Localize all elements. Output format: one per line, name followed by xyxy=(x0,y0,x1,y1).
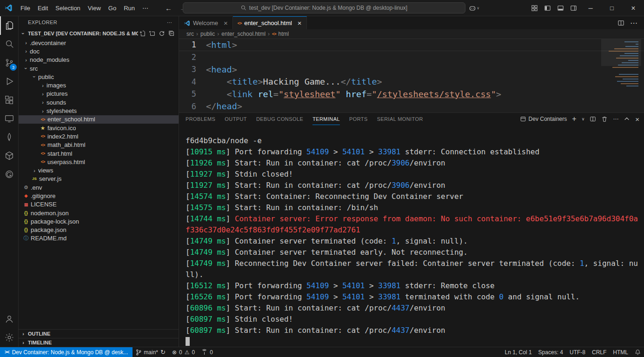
menu-item[interactable]: Edit xyxy=(34,3,52,13)
panel-tab-serial-monitor[interactable]: SERIAL MONITOR xyxy=(377,113,423,125)
tree-item-index2.html[interactable]: <>index2.html xyxy=(19,132,179,140)
eol-status[interactable]: CRLF xyxy=(589,347,610,357)
tree-item-math_abi.html[interactable]: <>math_abi.html xyxy=(19,141,179,149)
close-tab-icon[interactable]: × xyxy=(298,19,302,27)
tree-item-node_modules[interactable]: ›node_modules xyxy=(19,56,179,64)
tree-item-src[interactable]: ›src xyxy=(19,64,179,73)
tree-item-enter_school.html[interactable]: <>enter_school.html xyxy=(19,115,179,124)
panel-tab-debug-console[interactable]: DEBUG CONSOLE xyxy=(256,113,303,125)
back-arrow-icon[interactable]: ← xyxy=(165,4,172,12)
tab-welcome[interactable]: Welcome × xyxy=(179,16,233,29)
activity-explorer[interactable] xyxy=(0,16,18,35)
menu-item[interactable]: Selection xyxy=(52,3,84,13)
activity-remote-explorer[interactable] xyxy=(0,109,18,128)
customize-layout-icon[interactable] xyxy=(528,2,541,15)
tree-item-LICENSE[interactable]: ▤LICENSE xyxy=(19,200,179,209)
tree-item-server.js[interactable]: JSserver.js xyxy=(19,175,179,183)
tree-item-nodemon.json[interactable]: {}nodemon.json xyxy=(19,209,179,217)
code-line[interactable]: 2 xyxy=(179,51,644,64)
tree-item-doc[interactable]: ›doc xyxy=(19,47,179,55)
code-line[interactable]: 5 <link rel="stylesheet" href="/styleshe… xyxy=(179,88,644,100)
notifications-bell[interactable] xyxy=(631,347,644,357)
tree-item-.env[interactable]: ⚙.env xyxy=(19,183,179,192)
toggle-sidebar-icon[interactable] xyxy=(541,2,554,15)
activity-mongodb[interactable] xyxy=(0,128,18,146)
split-terminal-icon[interactable] xyxy=(590,116,596,122)
tree-item-.gitignore[interactable]: ◆.gitignore xyxy=(19,192,179,200)
panel-tab-ports[interactable]: PORTS xyxy=(349,113,368,125)
language-status[interactable]: HTML xyxy=(610,347,631,357)
problems-status[interactable]: ⊗ 0 ⚠ 0 xyxy=(169,347,198,357)
maximize-button[interactable]: □ xyxy=(601,0,623,16)
toggle-secondary-sidebar-icon[interactable] xyxy=(567,2,580,15)
tree-item-package-lock.json[interactable]: {}package-lock.json xyxy=(19,217,179,225)
terminal-output[interactable]: f6d4b9cba/node -e[10915 ms] Port forward… xyxy=(179,125,644,347)
tree-item-README.md[interactable]: ⓘREADME.md xyxy=(19,234,179,243)
breadcrumb-item-src[interactable]: src xyxy=(186,31,194,37)
minimize-button[interactable]: ─ xyxy=(580,0,601,16)
tree-item-images[interactable]: ›images xyxy=(19,81,179,89)
minimap[interactable] xyxy=(604,40,638,88)
activity-run-debug[interactable] xyxy=(0,72,18,91)
more-actions-icon[interactable]: ⋯ xyxy=(167,20,172,26)
activity-extensions[interactable] xyxy=(0,91,18,109)
terminal-profile[interactable]: Dev Containers xyxy=(520,116,567,122)
tree-item-start.html[interactable]: <>start.html xyxy=(19,149,179,158)
settings-button[interactable] xyxy=(0,328,18,347)
toggle-panel-icon[interactable] xyxy=(554,2,567,15)
close-button[interactable]: × xyxy=(623,0,644,16)
breadcrumb-item-public[interactable]: public xyxy=(200,31,215,37)
tree-item-userpass.html[interactable]: <>userpass.html xyxy=(19,158,179,166)
terminal-dropdown-chevron-icon[interactable]: ∨ xyxy=(582,117,585,121)
code-line[interactable]: 6</head> xyxy=(179,100,644,113)
activity-search[interactable] xyxy=(0,35,18,53)
breadcrumb-item-enter_school.html[interactable]: enter_school.html xyxy=(221,31,266,37)
new-folder-icon[interactable] xyxy=(149,30,155,37)
panel-tab-problems[interactable]: PROBLEMS xyxy=(186,113,215,125)
workspace-section-header[interactable]: › TEST_DEV [DEV CONTAINER: NODE.JS & MON… xyxy=(19,28,179,39)
minimap-slider[interactable] xyxy=(601,39,641,66)
editor-more-actions-icon[interactable]: ⋯ xyxy=(630,19,637,27)
activity-source-control[interactable]: 3 xyxy=(0,53,18,72)
menu-item[interactable]: Run xyxy=(120,3,139,13)
remote-indicator[interactable]: >< Dev Container: Node.js & Mongo DB @ d… xyxy=(0,347,133,357)
cursor-position[interactable]: Ln 1, Col 1 xyxy=(502,347,535,357)
menu-item[interactable]: File xyxy=(17,3,34,13)
outline-section[interactable]: › OUTLINE xyxy=(19,329,179,338)
activity-containers[interactable] xyxy=(0,146,18,165)
maximize-panel-chevron-icon[interactable] xyxy=(624,116,630,122)
tree-item-favicon.ico[interactable]: ★favicon.ico xyxy=(19,124,179,132)
close-panel-icon[interactable]: × xyxy=(635,115,639,123)
ports-status[interactable]: 0 xyxy=(198,347,216,357)
tab-enter-school[interactable]: <> enter_school.html × xyxy=(233,16,307,29)
code-line[interactable]: 3<head> xyxy=(179,63,644,76)
tree-item-pictures[interactable]: ›pictures xyxy=(19,90,179,98)
code-line[interactable]: 4 <title>Hacking Game...</title> xyxy=(179,76,644,88)
tree-item-sounds[interactable]: ›sounds xyxy=(19,98,179,106)
command-center[interactable]: test_dev [Dev Container: Node.js & Mongo… xyxy=(183,2,465,13)
menu-item[interactable]: Go xyxy=(105,3,120,13)
tree-item-.devcontainer[interactable]: ›.devcontainer xyxy=(19,39,179,47)
encoding-status[interactable]: UTF-8 xyxy=(566,347,589,357)
indentation-status[interactable]: Spaces: 4 xyxy=(535,347,566,357)
activity-gitlens[interactable] xyxy=(0,165,18,184)
tree-item-public[interactable]: ›public xyxy=(19,73,179,81)
new-file-icon[interactable] xyxy=(139,30,146,37)
close-tab-icon[interactable]: × xyxy=(224,19,228,27)
panel-tab-output[interactable]: OUTPUT xyxy=(225,113,247,125)
refresh-icon[interactable] xyxy=(159,30,165,37)
panel-more-actions-icon[interactable]: ⋯ xyxy=(613,116,618,122)
accounts-button[interactable] xyxy=(0,310,18,328)
tree-item-package.json[interactable]: {}package.json xyxy=(19,226,179,234)
kill-terminal-trash-icon[interactable] xyxy=(601,116,608,122)
timeline-section[interactable]: › TIMELINE xyxy=(19,338,179,347)
branch-status[interactable]: main* ↻ xyxy=(133,347,169,357)
new-terminal-button[interactable]: + xyxy=(572,115,576,123)
code-line[interactable]: 1<html> xyxy=(179,39,644,51)
menu-item[interactable]: View xyxy=(84,3,105,13)
panel-tab-terminal[interactable]: TERMINAL xyxy=(312,113,340,125)
breadcrumb-item-html[interactable]: html xyxy=(279,31,289,37)
menu-item[interactable]: ⋯ xyxy=(139,3,152,13)
tree-item-stylesheets[interactable]: ›stylesheets xyxy=(19,106,179,115)
tree-item-views[interactable]: ›views xyxy=(19,166,179,174)
